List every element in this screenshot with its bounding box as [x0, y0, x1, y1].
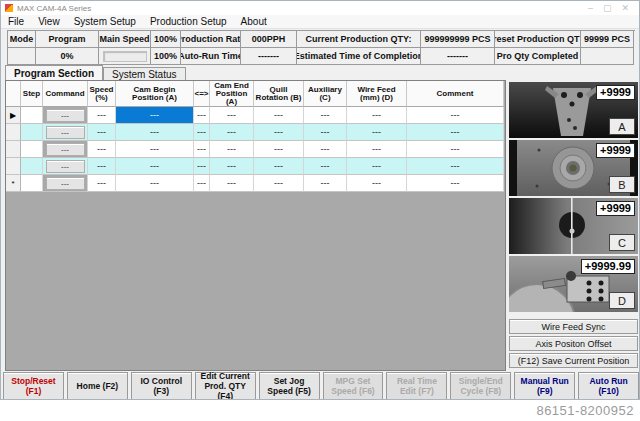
wire-feed-cell[interactable]: ---	[347, 175, 407, 192]
row-selector-cell[interactable]: *	[6, 175, 21, 192]
speed-cell[interactable]: ---	[88, 141, 116, 158]
auxiliary-cell[interactable]: ---	[304, 141, 347, 158]
maximize-icon[interactable]: ▢	[603, 4, 612, 13]
arrow-cell[interactable]: ---	[194, 141, 210, 158]
comment-cell[interactable]: ---	[407, 158, 504, 175]
wire-feed-cell[interactable]: ---	[347, 141, 407, 158]
axis-position-offset-button[interactable]: Axis Positon Offset	[509, 336, 638, 351]
wire-feed-cell[interactable]: ---	[347, 158, 407, 175]
cam-begin-cell[interactable]: ---	[116, 141, 194, 158]
wire-feed-cell[interactable]: ---	[347, 124, 407, 141]
cam-end-cell[interactable]: ---	[210, 175, 254, 192]
comment-cell[interactable]: ---	[407, 141, 504, 158]
window-title: MAX CAM-4A Series	[17, 4, 588, 13]
row-selector-cell[interactable]	[6, 158, 21, 175]
home-button[interactable]: Home (F2)	[67, 372, 128, 400]
app-icon	[5, 4, 13, 12]
close-icon[interactable]: ✕	[621, 4, 629, 13]
mpg-set-speed-button: MPG Set Speed (F6)	[323, 372, 384, 400]
command-cell-button[interactable]: ---	[46, 109, 85, 122]
estimated-completion-label: Estimated Time of Completion	[297, 48, 421, 65]
comment-cell[interactable]: ---	[407, 175, 504, 192]
arrow-cell[interactable]: ---	[194, 124, 210, 141]
step-cell[interactable]	[21, 124, 43, 141]
tab-program-section[interactable]: Program Section	[5, 65, 103, 80]
speed-cell[interactable]: ---	[88, 107, 116, 124]
axis-b-value: +9999	[596, 143, 635, 158]
quill-cell[interactable]: ---	[254, 124, 304, 141]
cam-end-cell[interactable]: ---	[210, 158, 254, 175]
menu-file[interactable]: File	[1, 16, 31, 27]
menu-view[interactable]: View	[31, 16, 67, 27]
tab-strip: Program Section System Status	[5, 65, 186, 80]
table-row[interactable]: --- --- --- --- --- --- --- --- ---	[6, 158, 505, 175]
axis-a-value: +9999	[596, 85, 635, 100]
row-selector-cell[interactable]	[6, 141, 21, 158]
cam-end-cell[interactable]: ---	[210, 141, 254, 158]
cam-begin-cell[interactable]: ---	[116, 107, 194, 124]
edit-current-prod-qty-button[interactable]: Edit Current Prod. QTY (F4)	[195, 372, 256, 400]
cam-begin-cell[interactable]: ---	[116, 158, 194, 175]
arrow-cell[interactable]: ---	[194, 175, 210, 192]
wire-feed-sync-button[interactable]: Wire Feed Sync	[509, 319, 638, 334]
menu-system-setup[interactable]: System Setup	[67, 16, 143, 27]
command-cell-button[interactable]: ---	[46, 177, 85, 190]
real-time-edit-button: Real Time Edit (F7)	[386, 372, 447, 400]
speed-cell[interactable]: ---	[88, 124, 116, 141]
quill-cell[interactable]: ---	[254, 107, 304, 124]
comment-cell[interactable]: ---	[407, 124, 504, 141]
command-cell-button[interactable]: ---	[46, 126, 85, 139]
minimize-icon[interactable]: –	[588, 4, 593, 13]
wire-feed-cell[interactable]: ---	[347, 107, 407, 124]
stop-reset-button[interactable]: Stop/Reset (F1)	[3, 372, 64, 400]
table-row[interactable]: --- --- --- --- --- --- --- --- ---	[6, 124, 505, 141]
preset-qty-value: 99999 PCS	[581, 31, 634, 48]
quill-cell[interactable]: ---	[254, 175, 304, 192]
menu-production-setup[interactable]: Production Setup	[143, 16, 234, 27]
cam-end-cell[interactable]: ---	[210, 107, 254, 124]
header-quill: Quill Rotation (B)	[254, 81, 304, 107]
io-control-button[interactable]: IO Control (F3)	[131, 372, 192, 400]
quill-cell[interactable]: ---	[254, 141, 304, 158]
table-row[interactable]: --- --- --- --- --- --- --- --- ---	[6, 141, 505, 158]
step-cell[interactable]	[21, 158, 43, 175]
program-label: Program	[36, 31, 99, 48]
tab-system-status[interactable]: System Status	[103, 67, 185, 80]
command-cell-button[interactable]: ---	[46, 143, 85, 156]
save-current-position-button[interactable]: (F12) Save Current Position	[509, 353, 638, 368]
auxiliary-cell[interactable]: ---	[304, 124, 347, 141]
table-row[interactable]: * --- --- --- --- --- --- --- --- ---	[6, 175, 505, 192]
arrow-cell[interactable]: ---	[194, 107, 210, 124]
cam-begin-cell[interactable]: ---	[116, 124, 194, 141]
header-auxiliary: Auxiliary (C)	[304, 81, 347, 107]
header-cam-begin: Cam Begin Position (A)	[116, 81, 194, 107]
row-selector-cell[interactable]: ▶	[6, 107, 21, 124]
manual-run-button[interactable]: Manual Run (F9)	[514, 372, 575, 400]
speed-cell[interactable]: ---	[88, 158, 116, 175]
header-speed: Speed (%)	[88, 81, 116, 107]
auxiliary-cell[interactable]: ---	[304, 175, 347, 192]
cam-begin-cell[interactable]: ---	[116, 175, 194, 192]
table-row[interactable]: ▶ --- --- --- --- --- --- --- --- ---	[6, 107, 505, 124]
auto-run-time-label: Auto-Run Time	[181, 48, 241, 65]
auxiliary-cell[interactable]: ---	[304, 158, 347, 175]
command-cell-button[interactable]: ---	[46, 160, 85, 173]
step-cell[interactable]	[21, 175, 43, 192]
quill-cell[interactable]: ---	[254, 158, 304, 175]
header-arrow: <=>	[194, 81, 210, 107]
speed-cell[interactable]: ---	[88, 175, 116, 192]
auto-run-button[interactable]: Auto Run (F10)	[578, 372, 639, 400]
menu-about[interactable]: About	[234, 16, 274, 27]
cam-end-cell[interactable]: ---	[210, 124, 254, 141]
auxiliary-cell[interactable]: ---	[304, 107, 347, 124]
set-jog-speed-button[interactable]: Set Jog Speed (F5)	[259, 372, 320, 400]
row-selector-cell[interactable]	[6, 124, 21, 141]
comment-cell[interactable]: ---	[407, 107, 504, 124]
header-wire-feed: Wire Feed (mm) (D)	[347, 81, 407, 107]
axis-d-tile: +9999.99 D	[509, 256, 638, 312]
arrow-cell[interactable]: ---	[194, 158, 210, 175]
step-cell[interactable]	[21, 107, 43, 124]
axis-panel: +9999 A +9999 B	[509, 82, 638, 368]
step-cell[interactable]	[21, 141, 43, 158]
header-selector	[6, 81, 21, 107]
